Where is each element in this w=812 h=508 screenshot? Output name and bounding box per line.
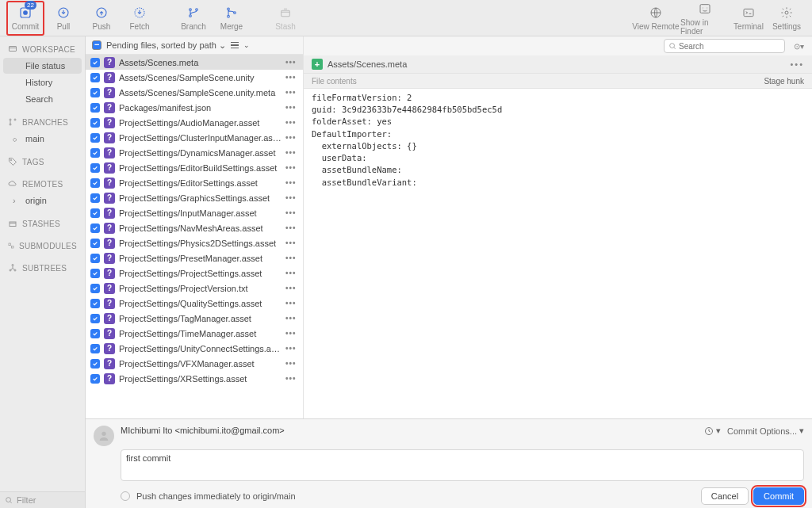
file-row[interactable]: ?ProjectSettings/UnityConnectSettings.as… — [86, 341, 303, 356]
subtrees-header[interactable]: SUBTREES — [0, 260, 85, 276]
sort-dropdown[interactable]: Pending files, sorted by path ⌄ — [106, 40, 226, 51]
file-checkbox[interactable] — [90, 73, 100, 82]
file-checkbox[interactable] — [90, 178, 100, 188]
file-row[interactable]: ?ProjectSettings/EditorBuildSettings.ass… — [86, 160, 303, 175]
file-more-icon[interactable]: ••• — [285, 374, 298, 383]
file-checkbox[interactable] — [90, 314, 100, 323]
file-checkbox[interactable] — [90, 193, 100, 203]
view-options-icon[interactable] — [231, 42, 239, 49]
file-row[interactable]: ?ProjectSettings/QualitySettings.asset••… — [86, 296, 303, 311]
select-all-checkbox[interactable] — [92, 40, 102, 50]
file-more-icon[interactable]: ••• — [285, 284, 298, 292]
fetch-button[interactable]: Fetch — [121, 1, 159, 36]
commit-button[interactable]: Commit — [753, 487, 804, 505]
commit-toolbar-button[interactable]: 22 Commit — [6, 1, 44, 36]
submodules-header[interactable]: SUBMODULES — [0, 238, 85, 254]
file-more-icon[interactable]: ••• — [285, 299, 298, 307]
file-checkbox[interactable] — [90, 254, 100, 263]
file-checkbox[interactable] — [90, 223, 100, 233]
show-in-finder-button[interactable]: Show in Finder — [680, 1, 730, 36]
sidebar-item-search[interactable]: Search — [3, 91, 82, 107]
file-more-icon[interactable]: ••• — [285, 163, 298, 172]
stashes-header[interactable]: STASHES — [0, 216, 85, 231]
stage-hunk-button[interactable]: Stage hunk — [764, 77, 804, 86]
file-more-icon[interactable]: ••• — [285, 88, 298, 97]
file-row[interactable]: ?Assets/Scenes/SampleScene.unity.meta••• — [86, 85, 303, 100]
file-row[interactable]: ?ProjectSettings/Physics2DSettings.asset… — [86, 235, 303, 250]
file-checkbox[interactable] — [90, 299, 100, 308]
terminal-button[interactable]: Terminal — [730, 1, 768, 36]
search-options[interactable]: ⊙▾ — [791, 39, 806, 53]
file-checkbox[interactable] — [90, 133, 100, 143]
file-row[interactable]: ?ProjectSettings/ProjectSettings.asset••… — [86, 265, 303, 281]
push-button[interactable]: Push — [82, 1, 121, 36]
file-more-icon[interactable]: ••• — [285, 148, 298, 157]
file-checkbox[interactable] — [90, 239, 100, 248]
file-row[interactable]: ?ProjectSettings/PresetManager.asset••• — [86, 250, 303, 265]
file-checkbox[interactable] — [90, 58, 100, 67]
file-more-icon[interactable]: ••• — [285, 223, 298, 232]
file-row[interactable]: ?ProjectSettings/AudioManager.asset••• — [86, 115, 303, 130]
file-checkbox[interactable] — [90, 344, 100, 353]
file-checkbox[interactable] — [90, 88, 100, 97]
file-more-icon[interactable]: ••• — [285, 118, 298, 127]
file-row[interactable]: ?ProjectSettings/EditorSettings.asset••• — [86, 175, 303, 190]
file-row[interactable]: ?ProjectSettings/VFXManager.asset••• — [86, 356, 303, 371]
file-checkbox[interactable] — [90, 359, 100, 369]
file-checkbox[interactable] — [90, 118, 100, 128]
file-more-icon[interactable]: ••• — [285, 178, 298, 187]
file-more-icon[interactable]: ••• — [285, 239, 298, 247]
file-row[interactable]: ?ProjectSettings/XRSettings.asset••• — [86, 371, 303, 386]
file-more-icon[interactable]: ••• — [285, 103, 298, 112]
file-checkbox[interactable] — [90, 329, 100, 338]
file-row[interactable]: ?ProjectSettings/DynamicsManager.asset••… — [86, 145, 303, 160]
file-more-icon[interactable]: ••• — [285, 269, 298, 277]
file-more-icon[interactable]: ••• — [285, 133, 298, 142]
file-more-icon[interactable]: ••• — [285, 344, 298, 353]
stash-button[interactable]: Stash — [266, 1, 304, 36]
sidebar-item-history[interactable]: History — [3, 74, 82, 90]
file-more-icon[interactable]: ••• — [285, 254, 298, 262]
file-checkbox[interactable] — [90, 208, 100, 218]
file-row[interactable]: ?ProjectSettings/ProjectVersion.txt••• — [86, 281, 303, 296]
sidebar-filter[interactable]: Filter — [0, 491, 85, 508]
file-row[interactable]: ?ProjectSettings/GraphicsSettings.asset•… — [86, 190, 303, 205]
file-row[interactable]: ?ProjectSettings/InputManager.asset••• — [86, 205, 303, 220]
merge-button[interactable]: Merge — [213, 1, 251, 36]
file-checkbox[interactable] — [90, 269, 100, 278]
view-remote-button[interactable]: View Remote — [631, 1, 680, 36]
file-more-icon[interactable]: ••• — [285, 329, 298, 338]
pull-button[interactable]: Pull — [44, 1, 82, 36]
sidebar-item-main-branch[interactable]: main — [3, 131, 82, 147]
commit-message-input[interactable] — [121, 449, 804, 481]
file-row[interactable]: ?ProjectSettings/NavMeshAreas.asset••• — [86, 220, 303, 235]
cancel-button[interactable]: Cancel — [701, 487, 749, 505]
tags-header[interactable]: TAGS — [0, 154, 85, 170]
file-row[interactable]: ?Assets/Scenes/SampleScene.unity••• — [86, 70, 303, 85]
file-row[interactable]: ?ProjectSettings/TagManager.asset••• — [86, 311, 303, 326]
file-more-icon[interactable]: ••• — [285, 208, 298, 217]
file-row[interactable]: ?Assets/Scenes.meta••• — [86, 55, 303, 70]
branch-button[interactable]: Branch — [174, 1, 213, 36]
file-more-icon[interactable]: ••• — [285, 359, 298, 368]
file-row[interactable]: ?Packages/manifest.json••• — [86, 100, 303, 115]
file-more-icon[interactable]: ••• — [285, 73, 298, 82]
file-more-icon[interactable]: ••• — [285, 58, 298, 67]
file-checkbox[interactable] — [90, 148, 100, 158]
file-checkbox[interactable] — [90, 374, 100, 384]
file-checkbox[interactable] — [90, 163, 100, 173]
file-checkbox[interactable] — [90, 103, 100, 113]
sidebar-item-origin[interactable]: origin — [3, 193, 82, 208]
commit-options-dropdown[interactable]: Commit Options... ▾ — [727, 426, 804, 436]
recent-messages-button[interactable]: ▾ — [704, 426, 721, 436]
settings-button[interactable]: Settings — [768, 1, 806, 36]
sidebar-item-file-status[interactable]: File status — [3, 58, 82, 74]
push-immediately-checkbox[interactable] — [121, 491, 130, 501]
file-more-icon[interactable]: ••• — [285, 193, 298, 202]
file-checkbox[interactable] — [90, 284, 100, 293]
file-row[interactable]: ?ProjectSettings/TimeManager.asset••• — [86, 326, 303, 341]
file-more-icon[interactable]: ••• — [285, 314, 298, 323]
diff-more-icon[interactable]: ••• — [790, 59, 804, 69]
file-row[interactable]: ?ProjectSettings/ClusterInputManager.ass… — [86, 130, 303, 145]
search-input[interactable] — [664, 39, 785, 53]
